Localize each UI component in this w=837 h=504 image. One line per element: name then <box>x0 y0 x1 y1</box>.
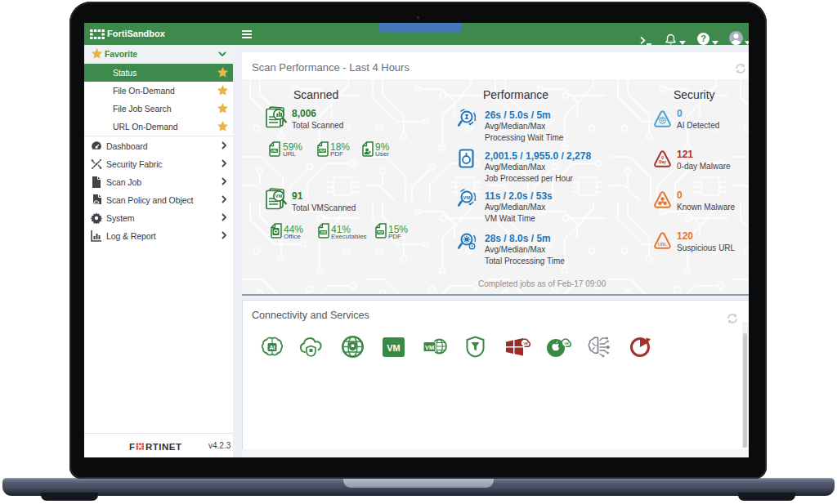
svg-text:VM: VM <box>523 342 527 346</box>
svg-text:.EXE: .EXE <box>320 231 327 234</box>
svg-text:F: F <box>129 442 136 452</box>
svg-text:VM: VM <box>387 343 401 353</box>
svg-text:VM: VM <box>275 194 283 198</box>
svg-text:PDF: PDF <box>320 149 326 153</box>
svg-text:VM: VM <box>425 344 434 351</box>
svg-text:URL: URL <box>658 242 668 247</box>
svg-text:Day: Day <box>659 160 666 164</box>
svg-text:?: ? <box>700 33 706 43</box>
svg-text:0: 0 <box>661 156 664 160</box>
svg-text:VM: VM <box>564 342 568 346</box>
svg-text:URL: URL <box>271 149 278 153</box>
svg-text:RTINET: RTINET <box>145 442 182 452</box>
svg-text:PDF: PDF <box>378 231 384 234</box>
svg-text:AI: AI <box>270 345 275 350</box>
svg-text:VM: VM <box>463 195 471 200</box>
